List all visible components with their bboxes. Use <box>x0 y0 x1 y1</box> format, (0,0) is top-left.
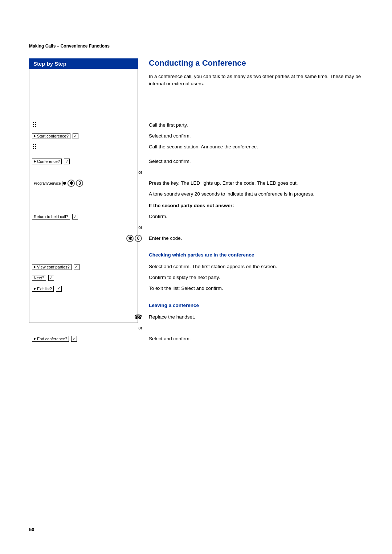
page-title: Conducting a Conference <box>149 58 363 68</box>
row-next: Next? ✓ Confirm to display the next part… <box>29 272 363 283</box>
text-end-conf: Select and confirm. <box>149 335 191 342</box>
row-left-keypad-2: ⠿ <box>29 141 145 152</box>
view-conf-btn: View conf parties? <box>32 264 72 270</box>
row-left-star-zero: ✱ 0 <box>29 233 145 244</box>
text-view-conf: Select and confirm. The first station ap… <box>149 263 277 270</box>
row-right-subheading-blue-1: Checking which parties are in the confer… <box>145 247 363 261</box>
arrow-icon <box>34 135 36 138</box>
check-next: ✓ <box>48 275 54 281</box>
row-right-return: Confirm. <box>145 211 363 222</box>
row-handset: ☎ Replace the handset. <box>29 312 363 323</box>
start-conference-label: Start conference? <box>37 134 69 138</box>
row-right-1: Call the first party. <box>145 120 363 131</box>
row-subheading-1: If the second party does not answer: <box>29 200 363 211</box>
row-right-subheading-1: If the second party does not answer: <box>145 200 363 211</box>
intro-text: In a conference call, you can talk to as… <box>149 73 363 88</box>
step-by-step-header: Step by Step <box>29 58 138 69</box>
check-start-conf: ✓ <box>73 133 78 139</box>
row-right-or-3 <box>145 323 363 333</box>
row-left-keypad-1: ⠿ <box>29 120 145 131</box>
return-held-btn: Return to held call? <box>32 214 70 219</box>
check-exit: ✓ <box>56 286 62 292</box>
led-dot <box>63 182 66 185</box>
row-exit-list: Exit list? ✓ To exit the list: Select an… <box>29 283 363 294</box>
conference-label: Conference? <box>37 159 60 164</box>
text-enter-code: Enter the code. <box>149 235 182 242</box>
arrow-view-conf <box>34 266 36 268</box>
text-call-first: Call the first party. <box>149 122 188 129</box>
row-keypad-2: ⠿ Call the second station. Announce the … <box>29 141 363 152</box>
row-left-end-conf: End conference? ✓ <box>29 333 145 344</box>
arrow-icon-conf <box>34 160 36 163</box>
num-key-0: 0 <box>135 235 142 242</box>
row-subheading-leaving: Leaving a conference <box>29 298 363 312</box>
row-conference: Conference? ✓ Select and confirm. <box>29 156 363 167</box>
row-or-2: or <box>29 222 363 233</box>
arrow-exit <box>34 287 36 290</box>
next-label: Next? <box>34 276 44 280</box>
row-left-or-2: or <box>29 222 145 233</box>
view-conf-label: View conf parties? <box>37 265 70 269</box>
prog-service-button: Program/Service <box>32 181 62 186</box>
row-or-3: or <box>29 323 363 333</box>
row-right-or-2 <box>145 222 363 233</box>
row-left-next: Next? ✓ <box>29 272 145 283</box>
page-number: 50 <box>29 527 34 532</box>
row-start-conf: Start conference? ✓ Select and confirm. <box>29 131 363 141</box>
row-right-subheading-leaving: Leaving a conference <box>145 298 363 312</box>
divider <box>29 51 363 51</box>
text-tone: A tone sounds every 20 seconds to indica… <box>149 190 314 198</box>
handset-icon: ☎ <box>134 313 142 321</box>
row-or-1: or <box>29 167 363 178</box>
row-right-or-1 <box>145 167 363 178</box>
row-left-handset: ☎ <box>29 312 145 323</box>
row-left-or-3: or <box>29 323 145 333</box>
row-right-prog: Press the key. The LED lights up. Enter … <box>145 178 363 189</box>
row-left-prog: Program/Service ✱ 3 <box>29 178 145 189</box>
check-return: ✓ <box>72 214 78 219</box>
row-keypad-1: ⠿ Call the first party. <box>29 120 363 131</box>
keypad-icon-1: ⠿ <box>32 122 37 129</box>
row-right-next: Confirm to display the next party. <box>145 272 363 283</box>
row-left-tone <box>29 189 145 200</box>
row-left-or-1: or <box>29 167 145 178</box>
check-conference: ✓ <box>64 159 70 164</box>
text-select-confirm-1: Select and confirm. <box>149 132 191 140</box>
end-conf-btn: End conference? <box>32 336 69 342</box>
row-left-return: Return to held call? ✓ <box>29 211 145 222</box>
check-end-conf: ✓ <box>71 336 77 342</box>
page-container: Making Calls – Convenience Functions Ste… <box>0 0 392 373</box>
row-tone: A tone sounds every 20 seconds to indica… <box>29 189 363 200</box>
next-btn: Next? <box>32 275 46 281</box>
row-right-conference: Select and confirm. <box>145 156 363 167</box>
row-left-start-conf: Start conference? ✓ <box>29 131 145 141</box>
star-key-1: ✱ <box>68 180 75 187</box>
row-right-tone: A tone sounds every 20 seconds to indica… <box>145 189 363 200</box>
row-prog-service: Program/Service ✱ 3 Press the key. The L… <box>29 178 363 189</box>
star-key-2: ✱ <box>126 235 134 242</box>
row-right-exit: To exit the list: Select and confirm. <box>145 283 363 294</box>
subheading-checking: Checking which parties are in the confer… <box>149 251 254 259</box>
row-subheading-blue-1: Checking which parties are in the confer… <box>29 247 363 261</box>
row-right-handset: Replace the handset. <box>145 312 363 323</box>
exit-list-label: Exit list? <box>37 287 52 291</box>
or-label-2: or <box>138 225 142 230</box>
row-view-conf: View conf parties? ✓ Select and confirm.… <box>29 262 363 272</box>
exit-list-btn: Exit list? <box>32 286 54 292</box>
row-left-view-conf: View conf parties? ✓ <box>29 262 145 272</box>
text-call-second: Call the second station. Announce the co… <box>149 143 258 151</box>
row-right-start-conf: Select and confirm. <box>145 131 363 141</box>
text-next: Confirm to display the next party. <box>149 274 220 281</box>
row-left-exit: Exit list? ✓ <box>29 283 145 294</box>
row-right-end-conf: Select and confirm. <box>145 333 363 344</box>
row-left-subheading-leaving <box>29 298 145 312</box>
or-label-1: or <box>138 170 142 175</box>
row-end-conf: End conference? ✓ Select and confirm. <box>29 333 363 344</box>
text-replace-handset: Replace the handset. <box>149 313 195 321</box>
row-left-subheading-1 <box>29 200 145 211</box>
text-exit-list: To exit the list: Select and confirm. <box>149 285 223 292</box>
num-key-3: 3 <box>76 180 83 187</box>
subheading-no-answer: If the second party does not answer: <box>149 202 234 209</box>
return-held-label: Return to held call? <box>34 214 68 219</box>
section-header: Making Calls – Convenience Functions <box>29 44 363 49</box>
